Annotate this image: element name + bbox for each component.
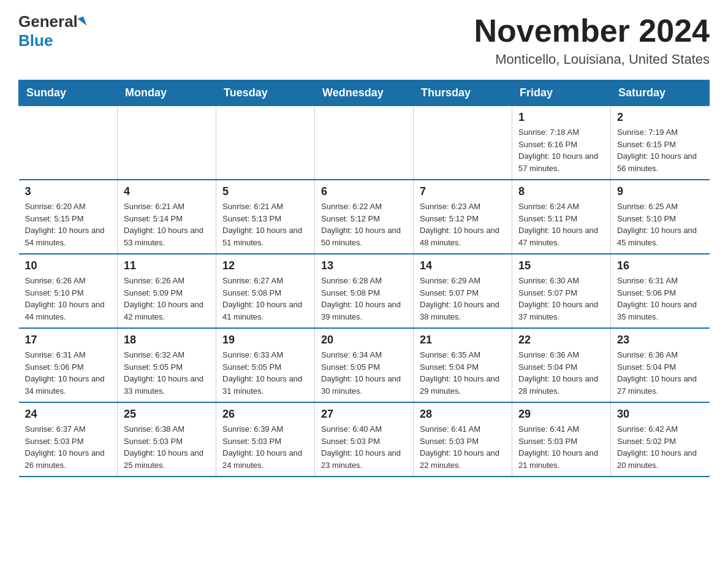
week-row-2: 10Sunrise: 6:26 AM Sunset: 5:10 PM Dayli…	[19, 254, 710, 328]
day-number: 14	[420, 259, 506, 272]
calendar-cell	[315, 106, 414, 180]
day-of-week-monday: Monday	[118, 80, 216, 106]
day-number: 22	[518, 334, 604, 347]
day-info: Sunrise: 6:33 AM Sunset: 5:05 PM Dayligh…	[222, 349, 308, 397]
title-block: November 2024 Monticello, Louisiana, Uni…	[474, 12, 710, 67]
day-number: 20	[321, 334, 407, 347]
calendar-cell	[19, 106, 118, 180]
day-info: Sunrise: 6:41 AM Sunset: 5:03 PM Dayligh…	[518, 423, 604, 471]
calendar-table: SundayMondayTuesdayWednesdayThursdayFrid…	[18, 80, 710, 477]
day-info: Sunrise: 6:26 AM Sunset: 5:10 PM Dayligh…	[25, 275, 112, 323]
day-info: Sunrise: 6:39 AM Sunset: 5:03 PM Dayligh…	[222, 423, 308, 471]
day-number: 23	[617, 334, 703, 347]
day-of-week-thursday: Thursday	[414, 80, 512, 106]
day-info: Sunrise: 6:28 AM Sunset: 5:08 PM Dayligh…	[321, 275, 407, 323]
calendar-cell: 20Sunrise: 6:34 AM Sunset: 5:05 PM Dayli…	[315, 328, 414, 402]
day-info: Sunrise: 7:18 AM Sunset: 6:16 PM Dayligh…	[518, 126, 604, 174]
logo-blue-text: Blue	[18, 31, 53, 50]
logo: General Blue	[18, 12, 85, 50]
calendar-header: SundayMondayTuesdayWednesdayThursdayFrid…	[19, 80, 710, 106]
day-info: Sunrise: 6:31 AM Sunset: 5:06 PM Dayligh…	[617, 275, 703, 323]
day-number: 13	[321, 259, 407, 272]
day-info: Sunrise: 6:36 AM Sunset: 5:04 PM Dayligh…	[617, 349, 703, 397]
calendar-cell	[216, 106, 315, 180]
logo-triangle-icon	[77, 17, 86, 28]
month-title: November 2024	[474, 12, 710, 49]
week-row-1: 3Sunrise: 6:20 AM Sunset: 5:15 PM Daylig…	[19, 180, 710, 254]
day-number: 9	[617, 185, 703, 198]
day-info: Sunrise: 6:32 AM Sunset: 5:05 PM Dayligh…	[124, 349, 210, 397]
day-number: 10	[25, 259, 112, 272]
calendar-cell: 7Sunrise: 6:23 AM Sunset: 5:12 PM Daylig…	[414, 180, 512, 254]
day-number: 5	[222, 185, 308, 198]
calendar-cell: 19Sunrise: 6:33 AM Sunset: 5:05 PM Dayli…	[216, 328, 315, 402]
day-info: Sunrise: 6:29 AM Sunset: 5:07 PM Dayligh…	[420, 275, 506, 323]
calendar-cell: 30Sunrise: 6:42 AM Sunset: 5:02 PM Dayli…	[611, 402, 710, 477]
calendar-cell: 13Sunrise: 6:28 AM Sunset: 5:08 PM Dayli…	[315, 254, 414, 328]
day-of-week-tuesday: Tuesday	[216, 80, 315, 106]
calendar-cell: 27Sunrise: 6:40 AM Sunset: 5:03 PM Dayli…	[315, 402, 414, 477]
day-number: 16	[617, 259, 703, 272]
calendar-cell: 3Sunrise: 6:20 AM Sunset: 5:15 PM Daylig…	[19, 180, 118, 254]
day-info: Sunrise: 7:19 AM Sunset: 6:15 PM Dayligh…	[617, 126, 703, 174]
day-info: Sunrise: 6:38 AM Sunset: 5:03 PM Dayligh…	[124, 423, 210, 471]
day-of-week-saturday: Saturday	[611, 80, 710, 106]
calendar-cell: 26Sunrise: 6:39 AM Sunset: 5:03 PM Dayli…	[216, 402, 315, 477]
day-info: Sunrise: 6:23 AM Sunset: 5:12 PM Dayligh…	[420, 201, 506, 248]
day-info: Sunrise: 6:40 AM Sunset: 5:03 PM Dayligh…	[321, 423, 407, 471]
day-number: 26	[222, 408, 308, 421]
day-number: 27	[321, 408, 407, 421]
calendar-cell: 12Sunrise: 6:27 AM Sunset: 5:08 PM Dayli…	[216, 254, 315, 328]
day-number: 21	[420, 334, 506, 347]
calendar-cell: 29Sunrise: 6:41 AM Sunset: 5:03 PM Dayli…	[512, 402, 611, 477]
calendar-cell: 2Sunrise: 7:19 AM Sunset: 6:15 PM Daylig…	[611, 106, 710, 180]
calendar-cell: 5Sunrise: 6:21 AM Sunset: 5:13 PM Daylig…	[216, 180, 315, 254]
calendar-cell: 11Sunrise: 6:26 AM Sunset: 5:09 PM Dayli…	[118, 254, 216, 328]
day-info: Sunrise: 6:34 AM Sunset: 5:05 PM Dayligh…	[321, 349, 407, 397]
day-of-week-wednesday: Wednesday	[315, 80, 414, 106]
day-info: Sunrise: 6:42 AM Sunset: 5:02 PM Dayligh…	[617, 423, 703, 471]
calendar-cell: 22Sunrise: 6:36 AM Sunset: 5:04 PM Dayli…	[512, 328, 611, 402]
day-number: 1	[518, 111, 604, 124]
day-info: Sunrise: 6:24 AM Sunset: 5:11 PM Dayligh…	[518, 201, 604, 248]
day-number: 7	[420, 185, 506, 198]
calendar-cell	[118, 106, 216, 180]
calendar-cell: 28Sunrise: 6:41 AM Sunset: 5:03 PM Dayli…	[414, 402, 512, 477]
calendar-cell: 1Sunrise: 7:18 AM Sunset: 6:16 PM Daylig…	[512, 106, 611, 180]
day-number: 30	[617, 408, 703, 421]
day-number: 18	[124, 334, 210, 347]
day-of-week-friday: Friday	[512, 80, 611, 106]
day-number: 19	[222, 334, 308, 347]
calendar-cell: 6Sunrise: 6:22 AM Sunset: 5:12 PM Daylig…	[315, 180, 414, 254]
calendar-body: 1Sunrise: 7:18 AM Sunset: 6:16 PM Daylig…	[19, 106, 710, 477]
day-info: Sunrise: 6:41 AM Sunset: 5:03 PM Dayligh…	[420, 423, 506, 471]
day-number: 12	[222, 259, 308, 272]
calendar-cell: 23Sunrise: 6:36 AM Sunset: 5:04 PM Dayli…	[611, 328, 710, 402]
calendar-cell: 10Sunrise: 6:26 AM Sunset: 5:10 PM Dayli…	[19, 254, 118, 328]
day-info: Sunrise: 6:36 AM Sunset: 5:04 PM Dayligh…	[518, 349, 604, 397]
day-info: Sunrise: 6:21 AM Sunset: 5:13 PM Dayligh…	[222, 201, 308, 248]
calendar-cell: 14Sunrise: 6:29 AM Sunset: 5:07 PM Dayli…	[414, 254, 512, 328]
day-info: Sunrise: 6:21 AM Sunset: 5:14 PM Dayligh…	[124, 201, 210, 248]
day-info: Sunrise: 6:20 AM Sunset: 5:15 PM Dayligh…	[25, 201, 112, 248]
day-info: Sunrise: 6:31 AM Sunset: 5:06 PM Dayligh…	[25, 349, 112, 397]
day-info: Sunrise: 6:30 AM Sunset: 5:07 PM Dayligh…	[518, 275, 604, 323]
day-number: 3	[25, 185, 112, 198]
days-of-week-row: SundayMondayTuesdayWednesdayThursdayFrid…	[19, 80, 710, 106]
day-number: 24	[25, 408, 112, 421]
calendar-cell: 16Sunrise: 6:31 AM Sunset: 5:06 PM Dayli…	[611, 254, 710, 328]
week-row-0: 1Sunrise: 7:18 AM Sunset: 6:16 PM Daylig…	[19, 106, 710, 180]
calendar-cell	[414, 106, 512, 180]
calendar-cell: 4Sunrise: 6:21 AM Sunset: 5:14 PM Daylig…	[118, 180, 216, 254]
page-header: General Blue November 2024 Monticello, L…	[18, 12, 710, 67]
day-number: 8	[518, 185, 604, 198]
day-info: Sunrise: 6:35 AM Sunset: 5:04 PM Dayligh…	[420, 349, 506, 397]
day-of-week-sunday: Sunday	[19, 80, 118, 106]
day-info: Sunrise: 6:22 AM Sunset: 5:12 PM Dayligh…	[321, 201, 407, 248]
day-number: 2	[617, 111, 703, 124]
day-number: 11	[124, 259, 210, 272]
day-number: 4	[124, 185, 210, 198]
calendar-cell: 24Sunrise: 6:37 AM Sunset: 5:03 PM Dayli…	[19, 402, 118, 477]
day-number: 6	[321, 185, 407, 198]
day-number: 17	[25, 334, 112, 347]
